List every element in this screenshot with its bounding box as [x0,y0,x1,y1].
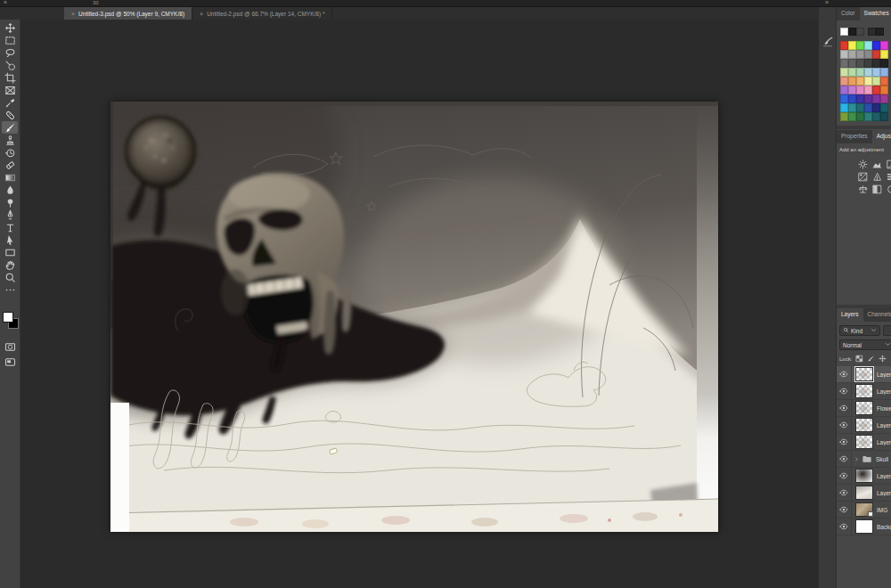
zoom-icon[interactable] [2,271,18,283]
object-select-icon[interactable] [2,59,18,71]
levels-icon[interactable] [872,157,882,167]
disclosure-icon[interactable] [854,456,860,462]
dodge-icon[interactable] [2,196,18,208]
color-swatch[interactable] [856,112,864,121]
color-swatch[interactable] [880,86,888,94]
color-swatch[interactable] [840,50,848,59]
color-swatch[interactable] [840,103,848,112]
brightness-contrast-icon[interactable] [858,157,868,167]
color-swatch[interactable] [872,86,880,94]
layer-name[interactable]: Layer 9 [877,372,891,378]
color-swatch[interactable] [864,77,872,86]
layer-name[interactable]: Background [877,524,891,530]
photo-filter-icon[interactable] [887,182,891,192]
color-swatch[interactable] [856,50,864,59]
layer-row[interactable]: IMG_55 [837,502,891,519]
layer-name[interactable]: IMG_55 [877,507,891,513]
color-swatch[interactable] [840,41,848,50]
layer-visibility-eye-icon[interactable] [839,485,852,501]
color-swatch[interactable] [840,112,848,121]
tab-swatches[interactable]: Swatches [860,7,891,20]
layer-thumbnail[interactable] [855,469,873,483]
lasso-icon[interactable] [2,46,18,59]
layer-thumbnail[interactable] [855,384,873,398]
layer-visibility-eye-icon[interactable] [839,400,852,416]
color-swatch[interactable] [848,86,856,94]
color-swatch[interactable] [848,59,856,68]
recent-swatch[interactable] [868,28,876,36]
stamp-icon[interactable] [2,134,18,146]
color-swatch[interactable] [864,59,872,68]
tab-layers[interactable]: Layers [837,308,863,322]
color-swatch[interactable] [864,41,872,50]
color-swatch[interactable] [864,50,872,59]
layer-name[interactable]: Flower [877,405,891,412]
color-swatch[interactable] [864,94,872,103]
layer-visibility-eye-icon[interactable] [839,434,852,450]
color-swatch[interactable] [872,41,880,50]
color-swatch[interactable] [856,59,864,68]
healing-icon[interactable] [2,109,18,121]
document-tab-1[interactable]: × Untitled-3.psd @ 50% (Layer 9, CMYK/8) [64,7,192,20]
layer-row[interactable]: Background [837,519,891,535]
layer-thumbnail[interactable] [855,367,873,381]
layer-name[interactable]: Layer 6 [877,439,891,445]
blur-icon[interactable] [2,184,18,196]
ellipsis-icon[interactable] [2,283,18,296]
tab-properties[interactable]: Properties [837,130,872,143]
layer-name[interactable]: Skull [876,456,888,462]
color-swatch[interactable] [848,50,856,59]
layer-name[interactable]: Layer 7 [877,490,891,496]
color-swatch[interactable] [864,68,872,77]
tab-channels[interactable]: Channels [863,308,891,322]
color-swatch[interactable] [872,77,880,86]
color-swatch[interactable] [880,103,888,112]
color-swatch[interactable] [848,41,856,50]
layer-filter-dropdown[interactable]: Kind [839,325,880,336]
color-swatch[interactable] [872,94,880,103]
pen-icon[interactable] [2,208,18,221]
layer-row[interactable]: Flower [837,400,891,417]
curves-icon[interactable] [887,157,891,167]
layer-row[interactable]: Layer 7 [837,485,891,502]
crop-icon[interactable] [2,71,18,84]
tab-color[interactable]: Color [837,7,860,20]
layer-visibility-eye-icon[interactable] [839,417,852,433]
layer-thumbnail[interactable] [855,435,873,449]
eraser-icon[interactable] [2,159,18,171]
color-swatch[interactable] [872,59,880,68]
color-swatch[interactable] [840,94,848,103]
hand-icon[interactable] [2,258,18,271]
color-swatch[interactable] [840,77,848,86]
color-swatch[interactable] [856,86,864,94]
canvas-artwork[interactable] [110,102,718,532]
recent-swatch[interactable] [840,28,848,36]
type-icon[interactable] [2,221,18,233]
color-swatch[interactable] [864,103,872,112]
lock-paint-icon[interactable] [867,355,875,363]
marquee-icon[interactable] [2,34,18,46]
color-swatch[interactable] [872,68,880,77]
color-swatch[interactable] [872,50,880,59]
recent-swatch[interactable] [856,28,864,36]
vibrance-icon[interactable] [872,169,882,179]
color-swatch[interactable] [856,94,864,103]
color-swatch[interactable] [880,68,888,77]
gradient-icon[interactable] [2,171,18,184]
layer-row[interactable]: Layer 6 [837,434,891,451]
color-swatch[interactable] [880,41,888,50]
layer-name[interactable]: Layer 8 [877,473,891,479]
layer-visibility-eye-icon[interactable] [839,519,852,535]
brush-icon[interactable] [2,121,18,134]
panel-collapse-icon[interactable]: » [825,0,828,5]
color-swatch[interactable] [856,68,864,77]
layer-thumbnail[interactable] [855,519,873,534]
layer-thumbnail[interactable] [855,486,873,500]
color-swatch[interactable] [856,103,864,112]
layer-filter-toggle[interactable] [883,325,891,336]
layer-row[interactable]: Layer 4 [837,417,891,434]
color-swatch[interactable] [848,112,856,121]
layer-thumbnail[interactable] [855,401,873,415]
screen-mode-icon[interactable] [2,355,18,368]
lock-move-icon[interactable] [879,355,887,363]
